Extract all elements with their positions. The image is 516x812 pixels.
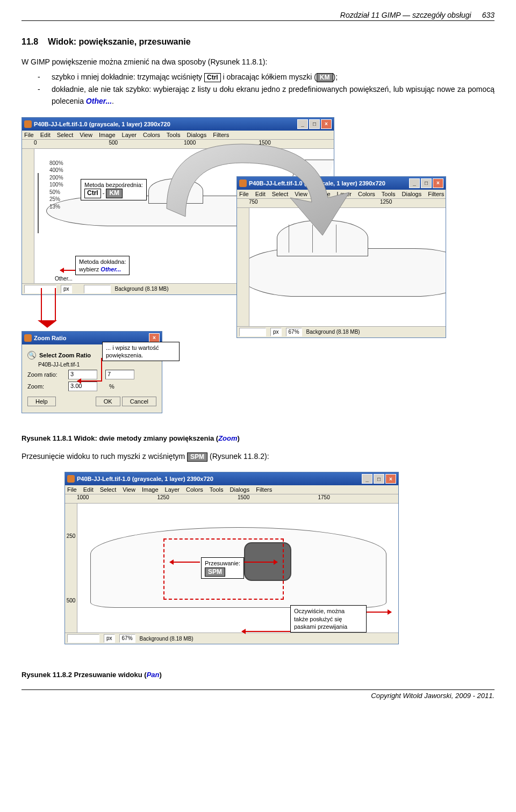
- window-title: P40B-JJ-Left.tif-1.0 (grayscale, 1 layer…: [34, 121, 296, 127]
- titlebar[interactable]: P40B-JJ-Left.tif-1.0 (grayscale, 1 layer…: [65, 472, 398, 485]
- b1-text-b: i obracając kółkiem myszki (: [221, 73, 317, 81]
- app-icon: [24, 120, 32, 128]
- zoom-200[interactable]: 200%: [49, 174, 63, 182]
- minimize-button[interactable]: _: [409, 178, 420, 188]
- menu-tools[interactable]: Tools: [382, 191, 396, 197]
- maximize-button[interactable]: □: [374, 474, 384, 484]
- menu-file[interactable]: File: [239, 191, 249, 197]
- status-zoom[interactable]: 67%: [286, 328, 302, 336]
- menu-dialogs[interactable]: Dialogs: [187, 132, 207, 138]
- section-name: Widok: powiększanie, przesuwanie: [48, 37, 191, 46]
- maximize-button[interactable]: □: [309, 119, 320, 129]
- zoom-ratio-num[interactable]: 3: [68, 370, 97, 379]
- status-layer: Background (8.18 MB): [306, 329, 360, 335]
- ruler-vertical: 250 500: [65, 504, 77, 633]
- menubar[interactable]: File Edit Select View Image Layer Colors…: [237, 190, 446, 198]
- minimize-button[interactable]: _: [297, 119, 308, 129]
- kbd-spm: SPM: [187, 452, 207, 462]
- menu-colors[interactable]: Colors: [358, 191, 375, 197]
- menu-select[interactable]: Select: [100, 486, 117, 493]
- ruler-tick: 250: [67, 533, 76, 539]
- menu-select[interactable]: Select: [57, 132, 74, 138]
- menu-colors[interactable]: Colors: [143, 132, 160, 138]
- b2-other: Other...: [86, 97, 112, 105]
- callout-direct-method: Metoda bezpośrednia: Ctrl - KM: [81, 179, 147, 200]
- status-zoom[interactable]: [84, 285, 111, 293]
- page-number: 633: [482, 11, 494, 19]
- cancel-button[interactable]: Cancel: [122, 397, 156, 406]
- window-title: P40B-JJ-Left.tif-1.0 (grayscale, 1 layer…: [249, 180, 408, 186]
- menu-edit[interactable]: Edit: [83, 486, 94, 493]
- zoom-value-input[interactable]: 3.00: [68, 382, 97, 391]
- menu-layer[interactable]: Layer: [122, 132, 137, 138]
- status-units[interactable]: px: [61, 285, 72, 293]
- b2-text-a: dokładnie, ale nie tak szybko: wybierają…: [52, 85, 494, 105]
- arrow-to-hscroll: [242, 631, 290, 632]
- zoom-100[interactable]: 100%: [49, 181, 63, 189]
- menu-dialogs[interactable]: Dialogs: [230, 486, 250, 493]
- fig2-pan: Pan: [147, 671, 160, 679]
- b1-text-c: );: [333, 73, 338, 81]
- callout5-line2: także posłużyć się: [294, 615, 363, 623]
- zoom-800[interactable]: 800%: [49, 160, 63, 167]
- menu-dialogs[interactable]: Dialogs: [402, 191, 422, 197]
- menu-image[interactable]: Image: [142, 486, 159, 493]
- menubar[interactable]: File Edit Select View Image Layer Colors…: [22, 131, 334, 139]
- close-button[interactable]: ×: [321, 119, 332, 129]
- callout-exact-method: Metoda dokładna: wybierz Other...: [75, 256, 130, 276]
- menu-edit[interactable]: Edit: [40, 132, 51, 138]
- titlebar[interactable]: P40B-JJ-Left.tif-1.0 (grayscale, 1 layer…: [22, 118, 334, 131]
- menu-filters[interactable]: Filters: [428, 191, 444, 197]
- plane-cockpit: [148, 178, 203, 204]
- menu-image[interactable]: Image: [99, 132, 116, 138]
- close-button[interactable]: ×: [385, 474, 396, 484]
- status-units[interactable]: px: [270, 328, 282, 336]
- menu-view[interactable]: View: [295, 191, 307, 197]
- status-zoom[interactable]: 67%: [119, 634, 135, 643]
- menu-layer[interactable]: Layer: [165, 486, 180, 493]
- menu-file[interactable]: File: [67, 486, 77, 493]
- menu-filters[interactable]: Filters: [213, 132, 229, 138]
- pan-paragraph: Przesunięcie widoku to ruch myszki z wci…: [22, 451, 494, 463]
- intro-text-b: ):: [263, 58, 268, 66]
- menu-tools[interactable]: Tools: [210, 486, 224, 493]
- zoom-other[interactable]: Other...: [55, 276, 73, 282]
- menu-image[interactable]: Image: [314, 191, 331, 197]
- ruler-vertical: [237, 208, 249, 326]
- canvas[interactable]: [249, 208, 446, 326]
- menubar[interactable]: File Edit Select View Image Layer Colors…: [65, 485, 398, 494]
- callout2-line2a: wybierz: [79, 266, 101, 272]
- status-units[interactable]: px: [104, 634, 115, 643]
- statusbar: px 67% Background (8.18 MB): [65, 633, 398, 644]
- titlebar[interactable]: P40B-JJ-Left.tif-1.0 (grayscale, 1 layer…: [237, 177, 446, 190]
- p2-c: ):: [264, 452, 269, 461]
- dialog-subtitle: Select Zoom Ratio: [39, 352, 91, 358]
- minimize-button[interactable]: _: [362, 474, 372, 484]
- menu-view[interactable]: View: [80, 132, 92, 138]
- menu-colors[interactable]: Colors: [186, 486, 203, 493]
- b1-text-a: szybko i mniej dokładnie: trzymając wciś…: [52, 73, 204, 81]
- zoom-25[interactable]: 25%: [49, 196, 63, 203]
- zoom-13[interactable]: 13%: [49, 203, 63, 211]
- menu-tools[interactable]: Tools: [167, 132, 181, 138]
- menu-edit[interactable]: Edit: [255, 191, 266, 197]
- maximize-button[interactable]: □: [421, 178, 432, 188]
- menu-layer[interactable]: Layer: [337, 191, 352, 197]
- menu-select[interactable]: Select: [272, 191, 289, 197]
- zoom-label: Zoom:: [27, 383, 65, 390]
- zoom-400[interactable]: 400%: [49, 167, 63, 174]
- ruler-tick: 1000: [77, 494, 157, 503]
- red-arrow-down: [41, 288, 54, 320]
- zoom-preset-list[interactable]: 800% 400% 200% 100% 50% 25% 13%: [49, 160, 63, 211]
- menu-filters[interactable]: Filters: [256, 486, 272, 493]
- zoom-50[interactable]: 50%: [49, 189, 63, 196]
- menu-view[interactable]: View: [123, 486, 135, 493]
- help-button[interactable]: Help: [27, 397, 56, 406]
- bullet-dash: -: [38, 71, 52, 83]
- ruler-tick: 0: [34, 140, 109, 148]
- zoom-ratio-den[interactable]: 7: [105, 370, 134, 379]
- ok-button[interactable]: OK: [96, 397, 120, 406]
- close-button[interactable]: ×: [433, 178, 443, 188]
- menu-file[interactable]: File: [24, 132, 34, 138]
- figure-1-caption: Rysunek 11.8.1 Widok: dwie metody zmiany…: [22, 434, 494, 442]
